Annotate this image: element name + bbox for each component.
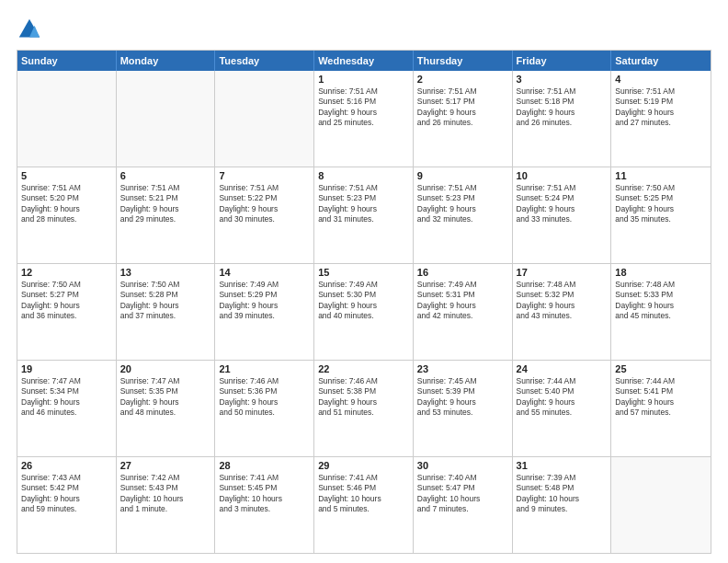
- calendar-cell: 7Sunrise: 7:51 AM Sunset: 5:22 PM Daylig…: [215, 167, 314, 263]
- day-number: 16: [417, 267, 508, 278]
- cell-info: Sunrise: 7:46 AM Sunset: 5:36 PM Dayligh…: [219, 376, 310, 419]
- weekday-header: Friday: [513, 51, 612, 71]
- calendar-cell: 26Sunrise: 7:43 AM Sunset: 5:42 PM Dayli…: [17, 457, 117, 553]
- calendar-cell: 5Sunrise: 7:51 AM Sunset: 5:20 PM Daylig…: [17, 167, 117, 263]
- cell-info: Sunrise: 7:51 AM Sunset: 5:22 PM Dayligh…: [219, 183, 310, 225]
- header: [17, 17, 711, 42]
- day-number: 12: [21, 267, 112, 278]
- day-number: 15: [318, 267, 409, 278]
- calendar-cell: 22Sunrise: 7:46 AM Sunset: 5:38 PM Dayli…: [314, 361, 414, 456]
- day-number: 6: [120, 170, 211, 181]
- calendar-cell: 1Sunrise: 7:51 AM Sunset: 5:16 PM Daylig…: [314, 71, 414, 167]
- calendar-cell: 23Sunrise: 7:45 AM Sunset: 5:39 PM Dayli…: [414, 361, 513, 456]
- calendar-cell: 19Sunrise: 7:47 AM Sunset: 5:34 PM Dayli…: [17, 361, 117, 456]
- cell-info: Sunrise: 7:46 AM Sunset: 5:38 PM Dayligh…: [318, 376, 409, 419]
- calendar-cell: 12Sunrise: 7:50 AM Sunset: 5:27 PM Dayli…: [17, 264, 117, 360]
- day-number: 23: [417, 363, 508, 374]
- day-number: 25: [615, 363, 707, 374]
- cell-info: Sunrise: 7:51 AM Sunset: 5:21 PM Dayligh…: [120, 183, 211, 225]
- day-number: 31: [517, 460, 608, 471]
- day-number: 18: [615, 267, 707, 278]
- calendar-cell: 9Sunrise: 7:51 AM Sunset: 5:23 PM Daylig…: [414, 167, 513, 263]
- cell-info: Sunrise: 7:40 AM Sunset: 5:47 PM Dayligh…: [417, 473, 508, 515]
- calendar-cell: 18Sunrise: 7:48 AM Sunset: 5:33 PM Dayli…: [611, 264, 711, 360]
- calendar-cell: 21Sunrise: 7:46 AM Sunset: 5:36 PM Dayli…: [215, 361, 314, 456]
- weekday-header: Saturday: [611, 51, 711, 71]
- calendar-row: 12Sunrise: 7:50 AM Sunset: 5:27 PM Dayli…: [17, 263, 711, 360]
- day-number: 4: [615, 74, 707, 85]
- calendar-cell: 2Sunrise: 7:51 AM Sunset: 5:17 PM Daylig…: [414, 71, 513, 167]
- cell-info: Sunrise: 7:51 AM Sunset: 5:18 PM Dayligh…: [517, 86, 608, 129]
- day-number: 28: [219, 460, 310, 471]
- cell-info: Sunrise: 7:42 AM Sunset: 5:43 PM Dayligh…: [120, 473, 211, 515]
- calendar-cell: 29Sunrise: 7:41 AM Sunset: 5:46 PM Dayli…: [314, 457, 414, 553]
- calendar-cell: 15Sunrise: 7:49 AM Sunset: 5:30 PM Dayli…: [314, 264, 414, 360]
- day-number: 24: [517, 363, 608, 374]
- calendar-cell: [117, 71, 216, 167]
- cell-info: Sunrise: 7:49 AM Sunset: 5:31 PM Dayligh…: [417, 280, 508, 322]
- cell-info: Sunrise: 7:49 AM Sunset: 5:29 PM Dayligh…: [219, 280, 310, 322]
- calendar: SundayMondayTuesdayWednesdayThursdayFrid…: [17, 50, 711, 554]
- weekday-header: Thursday: [414, 51, 513, 71]
- cell-info: Sunrise: 7:41 AM Sunset: 5:45 PM Dayligh…: [219, 473, 310, 515]
- day-number: 22: [318, 363, 409, 374]
- calendar-row: 26Sunrise: 7:43 AM Sunset: 5:42 PM Dayli…: [17, 456, 711, 553]
- calendar-cell: 31Sunrise: 7:39 AM Sunset: 5:48 PM Dayli…: [513, 457, 612, 553]
- cell-info: Sunrise: 7:47 AM Sunset: 5:34 PM Dayligh…: [21, 376, 112, 419]
- calendar-row: 1Sunrise: 7:51 AM Sunset: 5:16 PM Daylig…: [17, 71, 711, 167]
- cell-info: Sunrise: 7:45 AM Sunset: 5:39 PM Dayligh…: [417, 376, 508, 419]
- cell-info: Sunrise: 7:51 AM Sunset: 5:23 PM Dayligh…: [318, 183, 409, 225]
- cell-info: Sunrise: 7:50 AM Sunset: 5:28 PM Dayligh…: [120, 280, 211, 322]
- cell-info: Sunrise: 7:51 AM Sunset: 5:16 PM Dayligh…: [318, 86, 409, 129]
- cell-info: Sunrise: 7:51 AM Sunset: 5:19 PM Dayligh…: [615, 86, 707, 129]
- calendar-cell: 14Sunrise: 7:49 AM Sunset: 5:29 PM Dayli…: [215, 264, 314, 360]
- day-number: 2: [417, 74, 508, 85]
- cell-info: Sunrise: 7:47 AM Sunset: 5:35 PM Dayligh…: [120, 376, 211, 419]
- weekday-header: Wednesday: [314, 51, 414, 71]
- day-number: 7: [219, 170, 310, 181]
- day-number: 29: [318, 460, 409, 471]
- day-number: 19: [21, 363, 112, 374]
- calendar-cell: 6Sunrise: 7:51 AM Sunset: 5:21 PM Daylig…: [117, 167, 216, 263]
- weekday-header: Sunday: [17, 51, 117, 71]
- calendar-cell: 11Sunrise: 7:50 AM Sunset: 5:25 PM Dayli…: [611, 167, 711, 263]
- calendar-cell: 3Sunrise: 7:51 AM Sunset: 5:18 PM Daylig…: [513, 71, 612, 167]
- calendar-cell: 27Sunrise: 7:42 AM Sunset: 5:43 PM Dayli…: [117, 457, 216, 553]
- calendar-cell: 4Sunrise: 7:51 AM Sunset: 5:19 PM Daylig…: [611, 71, 711, 167]
- day-number: 13: [120, 267, 211, 278]
- calendar-cell: [611, 457, 711, 553]
- cell-info: Sunrise: 7:48 AM Sunset: 5:33 PM Dayligh…: [615, 280, 707, 322]
- cell-info: Sunrise: 7:51 AM Sunset: 5:23 PM Dayligh…: [417, 183, 508, 225]
- day-number: 20: [120, 363, 211, 374]
- day-number: 3: [517, 74, 608, 85]
- calendar-cell: 30Sunrise: 7:40 AM Sunset: 5:47 PM Dayli…: [414, 457, 513, 553]
- calendar-cell: 17Sunrise: 7:48 AM Sunset: 5:32 PM Dayli…: [513, 264, 612, 360]
- day-number: 5: [21, 170, 112, 181]
- calendar-header: SundayMondayTuesdayWednesdayThursdayFrid…: [17, 51, 711, 71]
- cell-info: Sunrise: 7:48 AM Sunset: 5:32 PM Dayligh…: [517, 280, 608, 322]
- page: SundayMondayTuesdayWednesdayThursdayFrid…: [0, 0, 728, 563]
- day-number: 9: [417, 170, 508, 181]
- logo-icon: [17, 17, 42, 42]
- day-number: 26: [21, 460, 112, 471]
- calendar-cell: 8Sunrise: 7:51 AM Sunset: 5:23 PM Daylig…: [314, 167, 414, 263]
- calendar-body: 1Sunrise: 7:51 AM Sunset: 5:16 PM Daylig…: [17, 71, 711, 553]
- calendar-cell: [17, 71, 117, 167]
- day-number: 17: [517, 267, 608, 278]
- cell-info: Sunrise: 7:39 AM Sunset: 5:48 PM Dayligh…: [517, 473, 608, 515]
- day-number: 8: [318, 170, 409, 181]
- weekday-header: Tuesday: [215, 51, 314, 71]
- calendar-cell: [215, 71, 314, 167]
- calendar-cell: 20Sunrise: 7:47 AM Sunset: 5:35 PM Dayli…: [117, 361, 216, 456]
- calendar-cell: 13Sunrise: 7:50 AM Sunset: 5:28 PM Dayli…: [117, 264, 216, 360]
- logo: [17, 17, 44, 42]
- cell-info: Sunrise: 7:51 AM Sunset: 5:17 PM Dayligh…: [417, 86, 508, 129]
- weekday-header: Monday: [117, 51, 216, 71]
- cell-info: Sunrise: 7:44 AM Sunset: 5:40 PM Dayligh…: [517, 376, 608, 419]
- cell-info: Sunrise: 7:50 AM Sunset: 5:25 PM Dayligh…: [615, 183, 707, 225]
- cell-info: Sunrise: 7:43 AM Sunset: 5:42 PM Dayligh…: [21, 473, 112, 515]
- calendar-cell: 16Sunrise: 7:49 AM Sunset: 5:31 PM Dayli…: [414, 264, 513, 360]
- calendar-cell: 10Sunrise: 7:51 AM Sunset: 5:24 PM Dayli…: [513, 167, 612, 263]
- day-number: 11: [615, 170, 707, 181]
- day-number: 14: [219, 267, 310, 278]
